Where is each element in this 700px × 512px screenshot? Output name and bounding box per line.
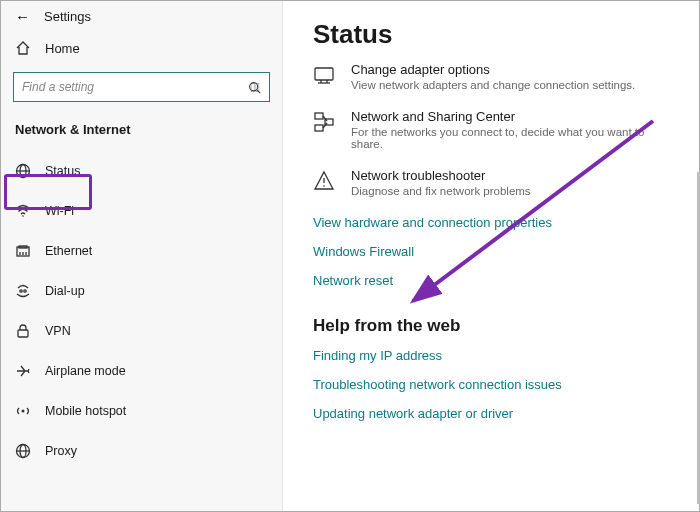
adapter-icon xyxy=(313,62,335,89)
sidebar-item-wifi[interactable]: Wi-Fi xyxy=(1,191,282,231)
app-title: Settings xyxy=(44,9,91,24)
search-icon xyxy=(248,81,261,94)
option-troubleshooter[interactable]: Network troubleshooter Diagnose and fix … xyxy=(313,168,673,197)
option-desc: Diagnose and fix network problems xyxy=(351,185,531,197)
nav-label: VPN xyxy=(45,324,71,338)
ethernet-icon xyxy=(15,243,31,259)
option-desc: For the networks you connect to, decide … xyxy=(351,126,673,150)
back-button[interactable]: ← xyxy=(15,9,30,24)
svg-line-1 xyxy=(257,89,260,92)
nav-label: Dial-up xyxy=(45,284,85,298)
option-title: Network and Sharing Center xyxy=(351,109,673,124)
home-icon xyxy=(15,40,31,56)
svg-point-12 xyxy=(24,290,26,292)
help-link-update[interactable]: Updating network adapter or driver xyxy=(313,406,673,421)
link-firewall[interactable]: Windows Firewall xyxy=(313,244,673,259)
option-title: Change adapter options xyxy=(351,62,635,77)
search-input[interactable]: ˄⃢ xyxy=(13,72,270,102)
link-hardware-props[interactable]: View hardware and connection properties xyxy=(313,215,673,230)
main-content: Status Change adapter options View netwo… xyxy=(283,1,699,511)
svg-point-11 xyxy=(20,290,22,292)
home-label: Home xyxy=(45,41,80,56)
nav-label: Proxy xyxy=(45,444,77,458)
sidebar-item-vpn[interactable]: VPN xyxy=(1,311,282,351)
option-sharing[interactable]: Network and Sharing Center For the netwo… xyxy=(313,109,673,150)
nav-label: Status xyxy=(45,164,80,178)
nav-label: Ethernet xyxy=(45,244,92,258)
page-title: Status xyxy=(313,19,673,50)
sidebar-item-dialup[interactable]: Dial-up xyxy=(1,271,282,311)
nav-label: Wi-Fi xyxy=(45,204,74,218)
sidebar-item-hotspot[interactable]: Mobile hotspot xyxy=(1,391,282,431)
option-title: Network troubleshooter xyxy=(351,168,531,183)
nav-label: Mobile hotspot xyxy=(45,404,126,418)
sidebar-item-airplane[interactable]: Airplane mode xyxy=(1,351,282,391)
nav-list: Status Wi-Fi Ethernet Dial-up VPN Airpla… xyxy=(1,151,282,471)
proxy-icon xyxy=(15,443,31,459)
hotspot-icon xyxy=(15,403,31,419)
warning-icon xyxy=(313,168,335,195)
dialup-icon xyxy=(15,283,31,299)
svg-point-28 xyxy=(323,185,325,187)
section-header: Network & Internet xyxy=(1,116,282,151)
svg-point-0 xyxy=(250,82,258,90)
svg-rect-22 xyxy=(315,113,323,119)
help-link-troubleshoot[interactable]: Troubleshooting network connection issue… xyxy=(313,377,673,392)
vpn-icon xyxy=(15,323,31,339)
nav-label: Airplane mode xyxy=(45,364,126,378)
sidebar-item-status[interactable]: Status xyxy=(1,151,282,191)
link-network-reset[interactable]: Network reset xyxy=(313,273,673,288)
help-header: Help from the web xyxy=(313,316,673,336)
svg-point-14 xyxy=(22,410,25,413)
svg-point-5 xyxy=(22,215,24,217)
svg-rect-23 xyxy=(315,125,323,131)
sidebar-item-home[interactable]: Home xyxy=(1,32,282,64)
airplane-icon xyxy=(15,363,31,379)
svg-rect-18 xyxy=(315,68,333,80)
sharing-icon xyxy=(313,109,335,136)
option-adapter[interactable]: Change adapter options View network adap… xyxy=(313,62,673,91)
help-link-ip[interactable]: Finding my IP address xyxy=(313,348,673,363)
globe-icon xyxy=(15,163,31,179)
wifi-icon xyxy=(15,203,31,219)
sidebar: ← Settings Home ˄⃢ Network & Internet St… xyxy=(1,1,283,511)
sidebar-item-ethernet[interactable]: Ethernet xyxy=(1,231,282,271)
search-field[interactable] xyxy=(22,80,251,94)
option-desc: View network adapters and change connect… xyxy=(351,79,635,91)
svg-rect-13 xyxy=(18,330,28,337)
sidebar-item-proxy[interactable]: Proxy xyxy=(1,431,282,471)
